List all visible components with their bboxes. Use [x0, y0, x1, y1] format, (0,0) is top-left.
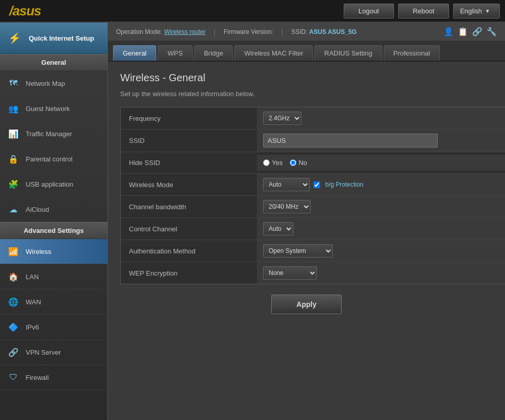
- aicloud-icon: ☁: [6, 202, 21, 216]
- frequency-row: Frequency 2.4GHz 5GHz: [121, 107, 505, 130]
- sidebar-item-label: Traffic Manager: [26, 130, 72, 138]
- frequency-select[interactable]: 2.4GHz 5GHz: [263, 112, 302, 125]
- quick-setup-label: Quick Internet Setup: [29, 34, 94, 42]
- firewall-icon: 🛡: [6, 370, 21, 385]
- operation-bar: Operation Mode: Wireless router | Firmwa…: [108, 23, 505, 41]
- ipv6-icon: 🔷: [6, 320, 21, 334]
- lan-icon: 🏠: [6, 269, 21, 284]
- authentication-method-control: Open System Shared Key WPA-Personal WPA2…: [257, 240, 505, 262]
- tab-professional[interactable]: Professional: [384, 45, 440, 61]
- general-section-header: General: [0, 54, 107, 71]
- guest-network-icon: 👥: [6, 101, 21, 116]
- wireless-icon: 📶: [6, 244, 21, 259]
- parental-control-icon: 🔒: [6, 152, 21, 166]
- sidebar-item-label: Firewall: [26, 374, 49, 381]
- ssid-row: SSID: [121, 130, 505, 152]
- logout-button[interactable]: Logout: [344, 4, 394, 19]
- top-bar: /asus Logout Reboot English ▼: [0, 0, 505, 23]
- sidebar-item-network-map[interactable]: 🗺 Network Map: [0, 71, 107, 96]
- operation-mode-prefix: Operation Mode:: [116, 28, 162, 35]
- wep-encryption-row: WEP Encryption None WEP-64bits WEP-128bi…: [121, 262, 505, 284]
- sidebar-item-aicloud[interactable]: ☁ AiCloud: [0, 197, 107, 222]
- wan-icon: 🌐: [6, 295, 21, 309]
- hide-ssid-row: Hide SSID Yes No: [121, 152, 505, 174]
- reboot-button[interactable]: Reboot: [398, 4, 450, 19]
- tab-wps[interactable]: WPS: [158, 45, 193, 61]
- chevron-down-icon: ▼: [485, 8, 490, 14]
- sidebar-item-guest-network[interactable]: 👥 Guest Network: [0, 96, 107, 121]
- op-icons: 👤 📋 🔗 🔧: [443, 27, 497, 36]
- sidebar-item-parental-control[interactable]: 🔒 Parental control: [0, 147, 107, 172]
- page-title: Wireless - General: [120, 72, 493, 84]
- bg-protection-checkbox[interactable]: [313, 181, 320, 188]
- frequency-label: Frequency: [121, 109, 257, 127]
- sidebar-item-traffic-manager[interactable]: 📊 Traffic Manager: [0, 121, 107, 147]
- authentication-method-select[interactable]: Open System Shared Key WPA-Personal WPA2…: [263, 244, 333, 258]
- hide-ssid-no-label[interactable]: No: [290, 159, 307, 167]
- authentication-method-row: Authentication Method Open System Shared…: [121, 240, 505, 262]
- tab-radius-setting[interactable]: RADIUS Setting: [314, 45, 382, 61]
- hide-ssid-no-radio[interactable]: [290, 159, 296, 166]
- sidebar-item-label: Guest Network: [26, 105, 70, 113]
- usb-application-icon: 🧩: [6, 177, 21, 191]
- hide-ssid-yes-label[interactable]: Yes: [263, 159, 283, 167]
- channel-bandwidth-control: 20/40 MHz 20 MHz 40 MHz: [257, 196, 505, 217]
- page-content: Wireless - General Set up the wireless r…: [108, 62, 505, 324]
- quick-internet-setup-button[interactable]: ⚡ Quick Internet Setup: [0, 23, 107, 54]
- wireless-general-form: Frequency 2.4GHz 5GHz SSID: [120, 107, 505, 284]
- wep-encryption-select[interactable]: None WEP-64bits WEP-128bits: [263, 266, 317, 280]
- sidebar-item-label: Network Map: [26, 80, 65, 87]
- wireless-mode-label: Wireless Mode: [121, 176, 257, 194]
- apply-button[interactable]: Apply: [271, 295, 342, 314]
- share-icon[interactable]: 🔗: [472, 27, 482, 36]
- copy-icon[interactable]: 📋: [458, 27, 468, 36]
- sidebar-item-wireless[interactable]: 📶 Wireless: [0, 239, 107, 264]
- channel-bandwidth-row: Channel bandwidth 20/40 MHz 20 MHz 40 MH…: [121, 196, 505, 218]
- logo: /asus: [5, 1, 45, 21]
- content-area: Operation Mode: Wireless router | Firmwa…: [108, 23, 505, 420]
- tab-general[interactable]: General: [113, 45, 156, 61]
- sidebar-item-label: Parental control: [26, 155, 72, 163]
- sidebar-item-label: VPN Server: [26, 349, 61, 356]
- bg-protection-label: b/g Protection: [325, 181, 363, 188]
- apply-section: Apply: [120, 295, 493, 314]
- control-channel-control: Auto 123 456 789 1011: [257, 218, 505, 240]
- wep-encryption-label: WEP Encryption: [121, 264, 257, 282]
- user-icon[interactable]: 👤: [443, 27, 454, 36]
- sidebar-item-label: IPv6: [26, 323, 39, 331]
- channel-bandwidth-label: Channel bandwidth: [121, 198, 257, 216]
- sidebar-item-vpn-server[interactable]: 🔗 VPN Server: [0, 340, 107, 365]
- sidebar-item-usb-application[interactable]: 🧩 USB application: [0, 172, 107, 197]
- ssid-prefix: SSID:: [291, 28, 307, 35]
- language-label: English: [460, 7, 482, 15]
- tabs-bar: General WPS Bridge Wireless MAC Filter R…: [108, 41, 505, 62]
- authentication-method-label: Authentication Method: [121, 242, 257, 260]
- wep-encryption-control: None WEP-64bits WEP-128bits: [257, 262, 505, 284]
- tab-wireless-mac-filter[interactable]: Wireless MAC Filter: [234, 45, 313, 61]
- advanced-section-header: Advanced Settings: [0, 222, 107, 239]
- language-selector[interactable]: English ▼: [453, 4, 500, 19]
- tab-bridge[interactable]: Bridge: [194, 45, 233, 61]
- quick-setup-icon: ⚡: [5, 29, 24, 47]
- control-channel-select[interactable]: Auto 123 456 789 1011: [263, 222, 293, 235]
- sidebar-item-firewall[interactable]: 🛡 Firewall: [0, 365, 107, 390]
- vpn-server-icon: 🔗: [6, 345, 21, 359]
- ssid-values: ASUS ASUS_5G: [309, 28, 357, 35]
- sidebar-item-label: AiCloud: [26, 206, 49, 213]
- operation-mode-value[interactable]: Wireless router: [164, 28, 205, 35]
- ssid-input[interactable]: [263, 134, 438, 148]
- settings-icon[interactable]: 🔧: [487, 27, 497, 36]
- sidebar: ⚡ Quick Internet Setup General 🗺 Network…: [0, 23, 108, 420]
- sidebar-item-label: WAN: [26, 298, 41, 306]
- channel-bandwidth-select[interactable]: 20/40 MHz 20 MHz 40 MHz: [263, 200, 311, 213]
- sidebar-item-ipv6[interactable]: 🔷 IPv6: [0, 315, 107, 340]
- sidebar-item-label: LAN: [26, 273, 39, 281]
- sidebar-item-label: Wireless: [26, 248, 51, 255]
- wireless-mode-select[interactable]: Auto N only B/G Mixed G only B only: [263, 178, 310, 191]
- page-description: Set up the wireless related information …: [120, 90, 493, 98]
- hide-ssid-yes-radio[interactable]: [263, 159, 270, 166]
- main-layout: ⚡ Quick Internet Setup General 🗺 Network…: [0, 23, 505, 420]
- sidebar-item-lan[interactable]: 🏠 LAN: [0, 264, 107, 289]
- sidebar-item-wan[interactable]: 🌐 WAN: [0, 289, 107, 315]
- network-map-icon: 🗺: [6, 76, 21, 90]
